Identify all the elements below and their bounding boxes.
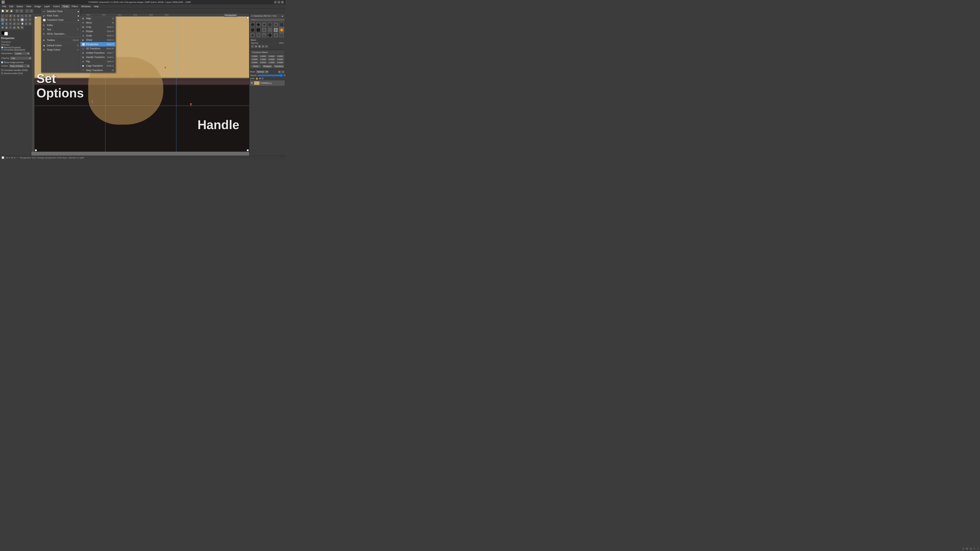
brush-15[interactable]: [262, 33, 267, 38]
tool-fuzzy-select[interactable]: ✦: [13, 14, 16, 17]
brushes-collapse[interactable]: ▲: [281, 15, 283, 17]
brush-delete[interactable]: 🗑: [258, 45, 261, 48]
tool-heal[interactable]: ✚: [1, 26, 4, 29]
tool-shear[interactable]: ⧗: [16, 18, 20, 22]
tool-paintbrush[interactable]: 🖌: [13, 22, 16, 25]
menu-file[interactable]: File: [1, 5, 8, 8]
redo-button[interactable]: ↪: [19, 9, 23, 13]
brush-edit[interactable]: ✏: [265, 45, 268, 48]
tool-measure[interactable]: 📏: [16, 26, 20, 29]
submenu-rotate[interactable]: ↺ Rotate Shift+R: [81, 29, 115, 33]
brush-7[interactable]: [250, 27, 255, 32]
close-button[interactable]: ✕: [281, 1, 284, 3]
menu-item-gegl[interactable]: G GEGL Operation...: [41, 32, 80, 36]
menu-item-selection-tools[interactable]: ▭ Selection Tools ▶: [41, 9, 80, 14]
menu-image[interactable]: Image: [33, 5, 42, 8]
undo-button[interactable]: ↩: [15, 9, 19, 13]
around-center-checkbox[interactable]: Around center (Ctrl): [1, 72, 30, 75]
lock-position-icon[interactable]: ⊕: [259, 77, 261, 80]
menu-item-transform-tools[interactable]: ⬜ Transform Tools ▶: [41, 18, 80, 22]
direction-corrective[interactable]: Corrective (Backward): [1, 49, 30, 51]
submenu-perspective[interactable]: ⬜ Perspective Shift+P: [81, 42, 115, 46]
brush-4[interactable]: [267, 22, 272, 27]
layer-visibility-icon[interactable]: 👁: [251, 82, 253, 84]
tool-scale[interactable]: ⇲: [13, 18, 16, 22]
menu-colors[interactable]: Colors: [51, 5, 62, 8]
tool-smudge[interactable]: ~: [9, 26, 12, 29]
submenu-warp-transform[interactable]: 〜 Warp Transform W: [81, 68, 115, 73]
submenu-flip[interactable]: ⇔ Flip Shift+F: [81, 59, 115, 64]
tool-ellipse-select[interactable]: ○: [5, 14, 8, 17]
tool-dodge-burn[interactable]: ◑: [5, 26, 8, 29]
menu-item-default-colors[interactable]: ◑ Default Colors D: [41, 43, 80, 48]
tool-flip[interactable]: ⇔: [24, 18, 28, 22]
submenu-align[interactable]: ⊞ Align Q: [81, 16, 115, 21]
lock-alpha-icon[interactable]: ⊡: [262, 77, 263, 80]
brush-14[interactable]: [256, 33, 261, 38]
new-button[interactable]: 📄: [1, 9, 5, 13]
brush-new[interactable]: +: [251, 45, 254, 48]
transform-handle-bl[interactable]: [35, 149, 37, 151]
tool-free-select[interactable]: ⚡: [9, 14, 12, 17]
tool-color-picker[interactable]: 💉: [13, 26, 16, 29]
tool-blend[interactable]: ▒: [5, 22, 8, 25]
tool-select-by-color[interactable]: ◈: [16, 14, 20, 17]
submenu-unified-transform[interactable]: ⊕ Unified Transform Shift+T: [81, 51, 115, 55]
brush-duplicate[interactable]: ⧉: [255, 45, 258, 48]
tool-rotate[interactable]: ↺: [9, 18, 12, 22]
transform-handle-br[interactable]: [247, 149, 249, 151]
submenu-shear[interactable]: ⧗ Shear Shift+H: [81, 38, 115, 42]
mode-select[interactable]: Normal Dissolve Multiply Screen: [256, 70, 269, 73]
menu-item-paths[interactable]: G Paths: [41, 23, 80, 27]
tool-bucket-fill[interactable]: 🪣: [1, 22, 4, 25]
tool-foreground-select[interactable]: ⬡: [24, 14, 28, 17]
brush-11[interactable]: [274, 27, 278, 32]
brush-refresh[interactable]: ↺: [261, 45, 265, 48]
tool-ink[interactable]: 🖊: [24, 22, 28, 25]
brush-10[interactable]: [267, 27, 272, 32]
menu-select[interactable]: Select: [15, 5, 24, 8]
brush-13[interactable]: [250, 33, 255, 38]
brush-16[interactable]: [267, 33, 272, 38]
submenu-move[interactable]: ✛ Move M: [81, 21, 115, 25]
interpolation-select[interactable]: Linear None Cubic NoHalo LoHalo: [14, 52, 30, 55]
menu-windows[interactable]: Windows: [80, 5, 92, 8]
transform-handle-tl[interactable]: [35, 17, 37, 19]
reset-button[interactable]: Reset: [250, 65, 261, 68]
transform-button[interactable]: Transform: [274, 65, 284, 68]
menu-view[interactable]: View: [24, 5, 33, 8]
clipping-select[interactable]: Clip Adjust Crop to Result Crop with Asp…: [10, 56, 32, 60]
brush-8[interactable]: [256, 27, 261, 32]
brush-5[interactable]: ★: [274, 22, 278, 27]
submenu-cage-transform[interactable]: ⬟ Cage Transform Shift+G: [81, 64, 115, 68]
constrain-handles-checkbox[interactable]: Constrain handles (Shift): [1, 69, 30, 71]
guides-select[interactable]: Rule of thirds None Center lines Diagona…: [9, 64, 30, 68]
tool-crop[interactable]: ⊠: [5, 18, 8, 22]
brush-18[interactable]: [279, 33, 284, 38]
zoom-in-button[interactable]: +: [29, 9, 33, 13]
tool-pencil[interactable]: ✏: [9, 22, 12, 25]
menu-filters[interactable]: Filters: [70, 5, 80, 8]
readjust-button[interactable]: Readjust: [262, 65, 273, 68]
brush-3[interactable]: [262, 22, 267, 27]
layer-panel-btn-2[interactable]: ≡: [282, 70, 285, 73]
save-button[interactable]: 💾: [10, 9, 13, 13]
show-image-preview-checkbox[interactable]: ✓ Show image preview: [1, 61, 30, 64]
brush-filter-input[interactable]: [250, 18, 285, 21]
menu-edit[interactable]: Edit: [8, 5, 15, 8]
tool-eraser[interactable]: ◻: [16, 22, 20, 25]
zoom-out-button[interactable]: -: [25, 9, 29, 13]
brush-12[interactable]: [279, 27, 284, 32]
tool-scissors[interactable]: ✂: [21, 14, 24, 17]
menu-item-paint-tools[interactable]: 🖌 Paint Tools ▶: [41, 14, 80, 18]
tool-perspective[interactable]: ⬜: [21, 18, 24, 22]
brush-1[interactable]: [250, 22, 255, 27]
submenu-3d-transform[interactable]: ⬡ 3D Transform Shift+W: [81, 46, 115, 51]
tool-rect-select[interactable]: ▭: [1, 14, 4, 17]
menu-layer[interactable]: Layer: [43, 5, 51, 8]
brush-2[interactable]: [256, 22, 261, 27]
open-button[interactable]: 📂: [5, 9, 9, 13]
menu-help[interactable]: Help: [92, 5, 100, 8]
brush-9[interactable]: [262, 27, 267, 32]
menu-item-toolbox[interactable]: ⊞ Toolbox Ctrl+B: [41, 38, 80, 42]
